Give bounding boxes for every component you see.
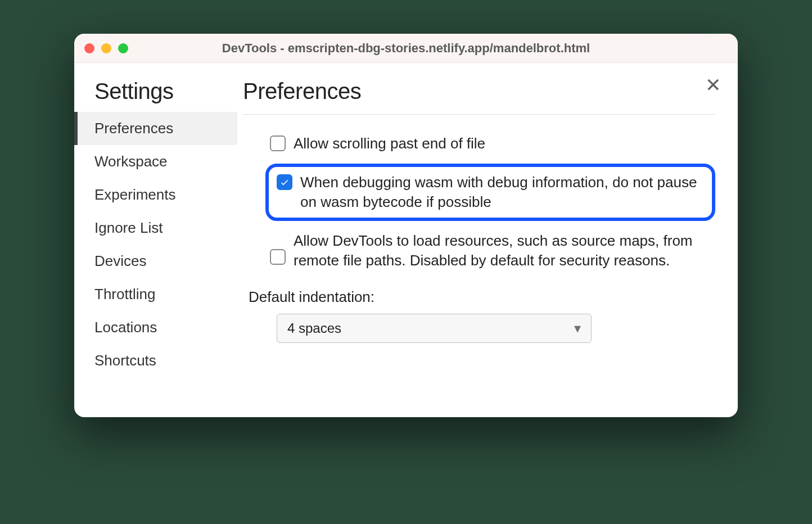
option-label: Allow DevTools to load resources, such a…: [294, 231, 711, 270]
default-indentation-label: Default indentation:: [249, 288, 715, 306]
titlebar: DevTools - emscripten-dbg-stories.netlif…: [74, 34, 738, 63]
option-label: Allow scrolling past end of file: [294, 134, 485, 153]
option-label: When debugging wasm with debug informati…: [300, 173, 704, 212]
window-title: DevTools - emscripten-dbg-stories.netlif…: [74, 41, 738, 56]
sidebar-item-devices[interactable]: Devices: [74, 245, 237, 278]
sidebar-item-shortcuts[interactable]: Shortcuts: [74, 344, 237, 377]
sidebar-item-throttling[interactable]: Throttling: [74, 278, 237, 311]
settings-sidebar: Settings Preferences Workspace Experimen…: [74, 63, 237, 417]
sidebar-item-workspace[interactable]: Workspace: [74, 145, 237, 178]
select-value: 4 spaces: [287, 320, 341, 336]
preferences-panel: Preferences Allow scrolling past end of …: [237, 63, 738, 417]
chevron-down-icon: ▾: [574, 320, 581, 336]
window-minimize-button[interactable]: [101, 43, 111, 53]
check-icon: [279, 177, 290, 187]
option-allow-remote-file-resources: Allow DevTools to load resources, such a…: [265, 228, 715, 274]
sidebar-item-locations[interactable]: Locations: [74, 311, 237, 344]
panel-title: Preferences: [243, 79, 715, 115]
content-area: ✕ Settings Preferences Workspace Experim…: [74, 63, 738, 417]
traffic-lights: [84, 43, 128, 53]
checkbox-allow-remote-file-resources[interactable]: [270, 249, 286, 265]
devtools-window: DevTools - emscripten-dbg-stories.netlif…: [74, 34, 738, 417]
window-close-button[interactable]: [84, 43, 94, 53]
checkbox-wasm-no-pause-bytecode[interactable]: [277, 174, 292, 190]
checkbox-allow-scroll-past-eof[interactable]: [270, 135, 286, 151]
default-indentation-select[interactable]: 4 spaces ▾: [277, 314, 592, 343]
sidebar-item-experiments[interactable]: Experiments: [74, 178, 237, 211]
sidebar-item-ignore-list[interactable]: Ignore List: [74, 211, 237, 245]
window-zoom-button[interactable]: [118, 43, 128, 53]
close-icon[interactable]: ✕: [705, 75, 721, 94]
sidebar-item-preferences[interactable]: Preferences: [74, 112, 237, 145]
option-wasm-no-pause-bytecode: When debugging wasm with debug informati…: [265, 164, 715, 221]
sidebar-title: Settings: [74, 79, 237, 112]
option-allow-scroll-past-eof: Allow scrolling past end of file: [265, 130, 715, 157]
